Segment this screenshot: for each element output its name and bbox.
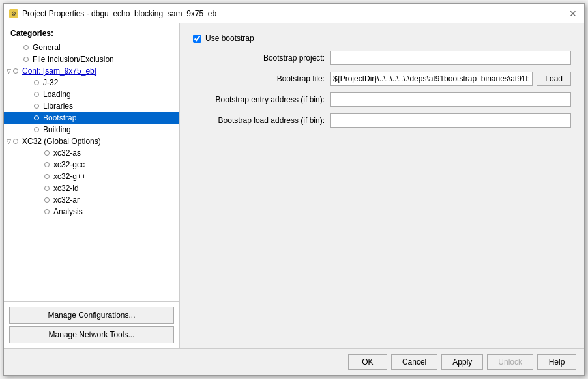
tree-label: xc32-ar (52, 195, 82, 204)
apply-button[interactable]: Apply (441, 354, 483, 370)
load-button[interactable]: Load (537, 72, 571, 86)
bottom-buttons: Manage Configurations... Manage Network … (4, 301, 179, 348)
tree-label: xc32-ld (52, 184, 81, 193)
tree-circle-icon (34, 127, 39, 132)
bootstrap-load-label: Bootstrap load address (if bin): (193, 116, 330, 125)
titlebar-left: ⚙ Project Properties - dbgu_echo_blockin… (9, 9, 216, 18)
expand-spacer (25, 78, 34, 87)
cancel-button[interactable]: Cancel (391, 354, 437, 370)
expand-spacer (35, 160, 44, 169)
tree-item-j32[interactable]: J-32 (4, 77, 179, 89)
tree-item-file-inclusion[interactable]: File Inclusion/Exclusion (4, 53, 179, 65)
manage-configurations-button[interactable]: Manage Configurations... (9, 307, 174, 324)
tree-item-xc32-gpp[interactable]: xc32-g++ (4, 171, 179, 182)
footer: OK Cancel Apply Unlock Help (4, 348, 584, 375)
tree-label: xc32-as (52, 148, 83, 158)
tree-circle-icon (34, 92, 39, 97)
tree-label: Building (42, 125, 74, 134)
dialog-title: Project Properties - dbgu_echo_blocking_… (22, 9, 216, 18)
tree-circle-icon (34, 80, 39, 85)
tree-circle-icon (44, 197, 50, 203)
use-bootstrap-row: Use bootstrap (193, 34, 571, 43)
titlebar: ⚙ Project Properties - dbgu_echo_blockin… (4, 4, 584, 23)
expand-spacer (25, 125, 34, 134)
tree-label: General (31, 43, 63, 52)
bootstrap-project-label: Bootstrap project: (193, 53, 330, 63)
tree-label: xc32-g++ (52, 172, 89, 181)
tree-label: Loading (42, 90, 74, 99)
tree-label: XC32 (Global Options) (21, 137, 104, 146)
right-panel: Use bootstrap Bootstrap project: Bootstr… (180, 23, 584, 348)
tree-item-xc32-global[interactable]: ▽ XC32 (Global Options) (4, 135, 179, 147)
bootstrap-load-row: Bootstrap load address (if bin): (193, 113, 571, 128)
help-button[interactable]: Help (537, 354, 576, 370)
tree-circle-icon (44, 209, 50, 214)
bootstrap-entry-input[interactable] (330, 92, 571, 107)
tree-circle-icon (44, 162, 50, 167)
expand-spacer (35, 184, 44, 193)
tree-item-building[interactable]: Building (4, 124, 179, 135)
use-bootstrap-checkbox[interactable] (193, 35, 201, 43)
tree-label: File Inclusion/Exclusion (31, 55, 117, 64)
tree-item-analysis[interactable]: Analysis (4, 206, 179, 218)
tree-circle-icon (34, 104, 39, 109)
bootstrap-file-label: Bootstrap file: (193, 74, 330, 83)
expand-spacer (35, 148, 44, 158)
left-panel: Categories: General File Inclusion/Exclu… (4, 23, 180, 348)
expand-spacer (14, 55, 23, 64)
expand-spacer (25, 102, 34, 111)
tree-item-conf[interactable]: ▽ Conf: [sam_9x75_eb] (4, 65, 179, 77)
expand-spacer (35, 195, 44, 204)
use-bootstrap-label: Use bootstrap (205, 34, 254, 43)
tree-label-conf: Conf: [sam_9x75_eb] (21, 66, 99, 76)
tree-circle-icon (44, 174, 50, 179)
expand-minus-icon: ▽ (4, 66, 13, 76)
tree-label: J-32 (42, 78, 61, 87)
tree-item-loading[interactable]: Loading (4, 89, 179, 100)
manage-network-tools-button[interactable]: Manage Network Tools... (9, 326, 174, 343)
expand-spacer (25, 90, 34, 99)
tree-label: Analysis (52, 207, 85, 216)
tree-circle-icon (23, 45, 29, 50)
tree-label: xc32-gcc (52, 160, 87, 169)
tree-label: Bootstrap (42, 113, 79, 122)
tree-item-bootstrap[interactable]: Bootstrap (4, 112, 179, 124)
dialog-icon: ⚙ (9, 9, 18, 18)
unlock-button[interactable]: Unlock (487, 354, 533, 370)
ok-button[interactable]: OK (348, 354, 387, 370)
tree-item-xc32-gcc[interactable]: xc32-gcc (4, 159, 179, 171)
tree-item-xc32-ar[interactable]: xc32-ar (4, 194, 179, 206)
close-button[interactable]: ✕ (567, 8, 579, 20)
bootstrap-project-input[interactable] (330, 51, 571, 65)
tree-item-xc32-ld[interactable]: xc32-ld (4, 182, 179, 194)
bootstrap-entry-row: Bootstrap entry address (if bin): (193, 92, 571, 107)
expand-spacer (35, 172, 44, 181)
expand-spacer (35, 207, 44, 216)
tree-circle-icon (13, 139, 18, 144)
bootstrap-file-input[interactable] (330, 72, 533, 86)
tree-circle-icon (44, 150, 50, 156)
bootstrap-load-input[interactable] (330, 113, 571, 128)
categories-label: Categories: (4, 23, 179, 40)
project-properties-dialog: ⚙ Project Properties - dbgu_echo_blockin… (3, 3, 585, 376)
bootstrap-project-row: Bootstrap project: (193, 51, 571, 65)
expand-spacer (14, 43, 23, 52)
bootstrap-entry-label: Bootstrap entry address (if bin): (193, 95, 330, 104)
main-content: Categories: General File Inclusion/Exclu… (4, 23, 584, 348)
tree-item-libraries[interactable]: Libraries (4, 100, 179, 112)
tree-label: Libraries (42, 102, 76, 111)
expand-minus-icon: ▽ (4, 137, 13, 146)
tree-item-xc32-as[interactable]: xc32-as (4, 147, 179, 159)
tree-circle-icon (13, 68, 18, 74)
bootstrap-file-row: Bootstrap file: Load (193, 72, 571, 86)
tree: General File Inclusion/Exclusion ▽ Conf:… (4, 40, 179, 301)
expand-spacer (25, 113, 34, 122)
tree-item-general[interactable]: General (4, 42, 179, 53)
tree-circle-icon (44, 186, 50, 191)
tree-circle-icon (23, 57, 29, 62)
tree-circle-icon (34, 115, 39, 120)
